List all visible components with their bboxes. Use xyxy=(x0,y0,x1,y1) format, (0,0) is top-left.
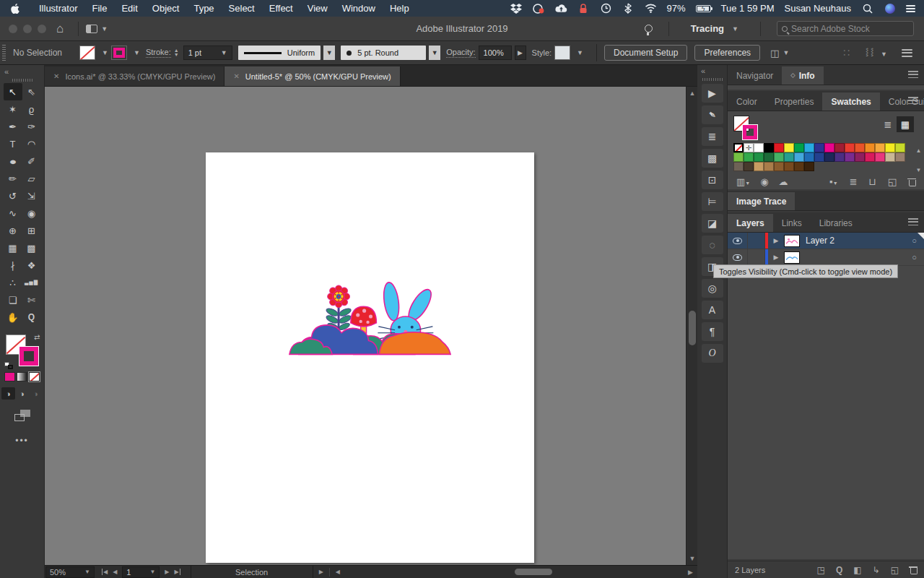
swatch-libraries-icon[interactable]: ▥▼ xyxy=(736,176,750,187)
tab-layers[interactable]: Layers xyxy=(728,214,773,232)
swatch[interactable] xyxy=(794,143,804,152)
swatch[interactable] xyxy=(794,162,804,171)
layer-name[interactable]: Layer 2 xyxy=(806,236,834,246)
menu-item[interactable]: Type xyxy=(186,3,221,14)
scroll-down-arrow[interactable]: ▼ xyxy=(687,555,698,562)
arrange-documents-icon[interactable] xyxy=(86,25,97,33)
time-machine-icon[interactable] xyxy=(600,3,612,14)
shape-builder-tool[interactable]: ⊕ xyxy=(4,222,22,239)
new-sublayer-icon[interactable]: ↳ xyxy=(873,565,880,575)
transparency-panel-icon[interactable]: ◌ xyxy=(702,236,723,254)
make-clipping-mask-icon[interactable]: ◧ xyxy=(853,565,861,575)
swatch[interactable] xyxy=(764,143,774,152)
swatch[interactable] xyxy=(733,162,744,171)
panel-menu-icon[interactable] xyxy=(908,97,918,104)
scrollbar-thumb[interactable] xyxy=(689,311,696,345)
draw-inside-mode[interactable]: ◑ xyxy=(29,387,43,400)
pathfinder-panel-icon[interactable]: ◪ xyxy=(702,214,723,233)
close-window-button[interactable] xyxy=(9,25,17,33)
menu-item[interactable]: File xyxy=(84,3,114,14)
expand-panels-chevrons[interactable]: « xyxy=(697,65,727,75)
opacity-label[interactable]: Opacity: xyxy=(446,48,475,58)
spotlight-icon[interactable] xyxy=(861,3,873,14)
change-screen-mode-icon[interactable] xyxy=(14,410,30,421)
swatch[interactable] xyxy=(824,152,834,162)
swap-fill-stroke-icon[interactable]: ⇄ xyxy=(34,333,40,341)
none-button[interactable] xyxy=(29,372,40,381)
control-panel-menu-icon[interactable] xyxy=(902,49,912,57)
menu-item[interactable]: Window xyxy=(335,3,383,14)
toggle-lock-cell[interactable] xyxy=(748,233,765,249)
swatch[interactable] xyxy=(875,143,885,152)
layer-row-layer2[interactable]: ▶ Layer 2 ○ xyxy=(728,233,924,249)
menu-item[interactable]: Edit xyxy=(114,3,144,14)
chevron-down-icon[interactable]: ▼ xyxy=(783,49,789,56)
menu-item[interactable]: Illustrator xyxy=(32,3,84,14)
bluetooth-icon[interactable] xyxy=(622,3,635,14)
gradient-tool[interactable]: ▩ xyxy=(22,239,41,256)
magic-wand-tool[interactable]: ✶ xyxy=(4,100,22,118)
swatch[interactable] xyxy=(804,143,814,152)
artboard-number-field[interactable]: 1▼ xyxy=(122,566,160,578)
wifi-icon[interactable] xyxy=(645,3,657,14)
selection-tool[interactable]: ↖ xyxy=(4,83,22,100)
first-artboard-button[interactable]: ◀ xyxy=(102,569,108,575)
next-artboard-button[interactable]: ▶ xyxy=(165,569,169,575)
artboard-tool[interactable]: ❏ xyxy=(4,291,22,309)
horizontal-scrollbar-thumb[interactable] xyxy=(515,569,552,575)
swatch[interactable] xyxy=(754,162,764,171)
workspace-switcher[interactable]: Tracing ▼ xyxy=(685,23,744,34)
column-graph-tool[interactable]: ▃▅▇ xyxy=(22,274,41,291)
color-themes-icon[interactable]: ◉ xyxy=(760,176,768,187)
dropbox-icon[interactable] xyxy=(510,3,523,14)
zoom-tool[interactable]: Q xyxy=(22,309,41,326)
touch-workspace-icon[interactable]: ∷ xyxy=(843,47,850,59)
swatch[interactable] xyxy=(855,152,865,162)
default-fill-stroke-icon[interactable] xyxy=(4,362,13,369)
artboard[interactable] xyxy=(206,152,534,563)
swatch[interactable] xyxy=(784,143,794,152)
close-icon[interactable]: ✕ xyxy=(53,72,59,80)
panel-menu-icon[interactable] xyxy=(908,218,918,225)
user-menu[interactable]: Susan Neuhaus xyxy=(784,3,851,14)
swatch-options-icon[interactable]: ≣ xyxy=(850,176,858,187)
hand-tool[interactable]: ✋ xyxy=(4,309,22,326)
rotate-tool[interactable]: ↺ xyxy=(4,187,22,204)
apple-menu-icon[interactable] xyxy=(10,4,20,14)
swatch-registration[interactable]: ✛ xyxy=(744,143,754,152)
show-swatch-kinds-icon[interactable]: ▪▼ xyxy=(829,176,838,187)
fill-color-swatch[interactable] xyxy=(79,46,95,60)
menu-bar-clock[interactable]: Tue 1 59 PM xyxy=(721,3,775,14)
status-options-arrow[interactable]: ▶ xyxy=(319,569,323,575)
align-panel-icon[interactable]: ⊨ xyxy=(702,192,723,211)
menu-item[interactable]: Select xyxy=(222,3,262,14)
swatch[interactable] xyxy=(875,152,885,162)
delete-swatch-icon[interactable] xyxy=(908,178,915,186)
brush-definition-dropdown[interactable]: 5 pt. Round ▼ xyxy=(341,46,440,60)
notification-center-icon[interactable] xyxy=(906,5,915,12)
tab-image-trace[interactable]: Image Trace xyxy=(728,192,795,210)
edit-toolbar-button[interactable]: ••• xyxy=(0,436,44,446)
direct-selection-tool[interactable]: ⇖ xyxy=(22,83,41,100)
symbol-sprayer-tool[interactable]: ∴ xyxy=(4,274,22,291)
toggle-visibility-button[interactable] xyxy=(728,233,748,249)
swatch[interactable] xyxy=(895,152,905,162)
chevron-down-icon[interactable]: ▼ xyxy=(577,49,583,56)
actions-panel-icon[interactable]: ▶ xyxy=(702,84,723,103)
zoom-window-button[interactable] xyxy=(38,25,46,33)
opacity-options-button[interactable]: ▶ xyxy=(515,46,526,60)
previous-artboard-button[interactable]: ◀ xyxy=(113,569,117,575)
minimize-window-button[interactable] xyxy=(23,25,32,33)
vertical-scrollbar[interactable]: ▲ ▼ xyxy=(686,87,697,565)
swatches-fill-stroke-indicator[interactable] xyxy=(733,116,758,140)
stroke-swatch[interactable] xyxy=(19,346,39,366)
swatch[interactable] xyxy=(834,152,845,162)
eyedropper-tool[interactable]: ∤ xyxy=(4,256,22,274)
layer-target-icon[interactable]: ○ xyxy=(912,253,917,262)
gradient-panel-icon[interactable]: ▩ xyxy=(702,149,723,168)
list-view-button[interactable]: ≣ xyxy=(879,116,897,132)
new-color-group-icon[interactable]: ⊔ xyxy=(869,176,876,187)
eraser-tool[interactable]: ▱ xyxy=(22,170,41,187)
swatch[interactable] xyxy=(804,152,814,162)
swatch[interactable] xyxy=(855,143,865,152)
